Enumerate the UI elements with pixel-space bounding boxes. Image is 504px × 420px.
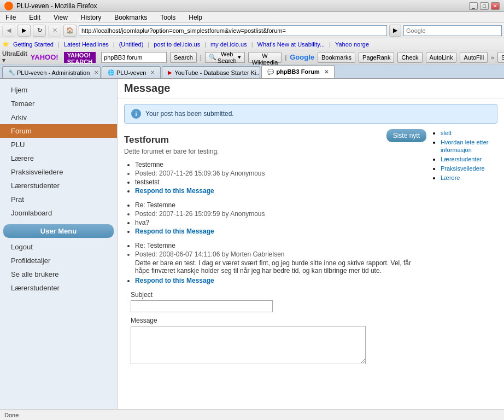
check-button[interactable]: Check	[397, 52, 422, 63]
close-button[interactable]: ✕	[491, 2, 500, 10]
bookmarks-button[interactable]: Bookmarks	[318, 52, 355, 63]
post-2-respond-link[interactable]: Respond to this Message	[135, 228, 214, 235]
menu-help[interactable]: Help	[185, 13, 206, 22]
search-button[interactable]: Search	[170, 52, 197, 63]
sidebar-item-laererstudenter2[interactable]: Lærerstudenter	[0, 281, 117, 295]
tab-phpbb3-label: phpBB3 Forum	[276, 68, 319, 75]
sidebar-item-laererstudenter[interactable]: Lærerstudenter	[0, 179, 117, 192]
tab-close-phpbb3[interactable]: ✕	[324, 69, 329, 75]
reload-button[interactable]: ↻	[33, 25, 46, 37]
laerere-link[interactable]: Lærere	[441, 174, 460, 181]
post-3-respond-link[interactable]: Respond to this Message	[135, 277, 214, 284]
post-2-extra: hva?	[135, 219, 426, 226]
menu-edit[interactable]: Edit	[26, 13, 44, 22]
tab-plu-admin-label: PLU-veven - Administration	[17, 69, 90, 76]
go-button[interactable]: ▶	[389, 25, 401, 37]
bookmark-whats-new[interactable]: What's New at Usability...	[255, 40, 327, 48]
forum-title: Testforum	[124, 135, 169, 145]
tabs-bar: 🔧 PLU-veven - Administration ✕ 🌐 PLU-vev…	[0, 65, 504, 79]
post-1-respond-link[interactable]: Respond to this Message	[135, 187, 214, 195]
search-input[interactable]	[403, 25, 502, 36]
autolink-button[interactable]: AutoLink	[426, 52, 457, 63]
menu-file[interactable]: File	[2, 13, 19, 22]
tab-plu-veven[interactable]: 🌐 PLU-veven ✕	[102, 66, 161, 78]
sidebar-item-temaer[interactable]: Temaer	[0, 97, 117, 110]
post-3-respond: Respond to this Message	[135, 277, 426, 284]
hvordan-link[interactable]: Hvordan lete etter informasjon	[441, 139, 488, 153]
message-section: Message	[124, 317, 426, 370]
settings-button[interactable]: Settings	[497, 52, 504, 63]
address-input[interactable]	[79, 25, 387, 36]
praksisveiledere-link[interactable]: Praksisveiledere	[441, 165, 485, 172]
autofill-button[interactable]: AutoFill	[460, 52, 488, 63]
post-1-title: Testemne	[135, 161, 426, 168]
phpbb3-input[interactable]	[101, 52, 167, 63]
tab-plu-veven-admin[interactable]: 🔧 PLU-veven - Administration ✕	[2, 66, 101, 78]
sidebar-item-prat[interactable]: Prat	[0, 192, 117, 206]
sidebar-item-praksisveiledere[interactable]: Praksisveiledere	[0, 165, 117, 179]
menu-view[interactable]: View	[50, 13, 71, 22]
slett-link[interactable]: slett	[441, 130, 452, 136]
google-toolbar-logo: Google	[290, 53, 314, 61]
bookmark-yahoo-norge[interactable]: Yahoo norge	[333, 40, 371, 48]
main-content: Message i Your post has been submitted. …	[118, 79, 504, 409]
sidebar-item-plu[interactable]: PLU	[0, 138, 117, 151]
sidebar: Hjem Temaer Arkiv Forum PLU Lærere Praks…	[0, 79, 118, 409]
home-button[interactable]: 🏠	[63, 25, 77, 37]
bookmark-untitled[interactable]: (Untitled)	[117, 40, 146, 48]
tab-close-admin[interactable]: ✕	[94, 69, 98, 75]
tab-plu-admin-icon: 🔧	[8, 69, 15, 75]
subject-section: Subject	[124, 291, 426, 317]
menu-tools[interactable]: Tools	[157, 13, 179, 22]
sidebar-link-praksisveiledere: Praksisveiledere	[441, 165, 497, 172]
user-menu-header[interactable]: User Menu	[3, 224, 114, 238]
sidebar-item-laerere[interactable]: Lærere	[0, 151, 117, 165]
tab-close-plu[interactable]: ✕	[150, 69, 155, 75]
info-message: Your post has been submitted.	[145, 110, 234, 118]
sidebar-item-forum[interactable]: Forum	[0, 124, 117, 138]
sidebar-item-profildetaljer[interactable]: Profildetaljer	[0, 254, 117, 267]
bookmark-latest-headlines[interactable]: Latest Headlines	[62, 40, 111, 48]
browser-content-area: Hjem Temaer Arkiv Forum PLU Lærere Praks…	[0, 79, 504, 409]
message-textarea[interactable]	[131, 326, 366, 364]
tab-youtube[interactable]: ▶ YouTube - Database Starter Ki... ✕	[162, 66, 260, 78]
sidebar-item-se-alle-brukere[interactable]: Se alle brukere	[0, 267, 117, 281]
bookmark-my-delicious[interactable]: my del.icio.us	[208, 40, 249, 48]
menu-bar: File Edit View History Bookmarks Tools H…	[0, 12, 504, 23]
bookmark-post-delicious[interactable]: post to del.icio.us	[151, 40, 202, 48]
ultraedit-label: UltraEdit ▾	[2, 50, 27, 64]
stop-button[interactable]: ✕	[48, 25, 61, 37]
bookmark-getting-started[interactable]: Getting Started	[11, 40, 56, 48]
message-label: Message	[131, 317, 420, 324]
post-2-respond: Respond to this Message	[135, 228, 426, 235]
forum-description: Dette forumet er bare for testing.	[124, 148, 426, 155]
post-3-title: Re: Testemne	[135, 242, 426, 249]
post-1-extra: testsetst	[135, 178, 426, 186]
siste-nytt-button[interactable]: Siste nytt	[386, 129, 426, 142]
post-1-meta: Posted: 2007-11-26 15:09:36 by Anonymous	[135, 170, 426, 177]
menu-history[interactable]: History	[78, 13, 104, 22]
back-button[interactable]: ◀	[2, 25, 15, 37]
pagerank-button[interactable]: PageRank	[359, 52, 394, 63]
sidebar-item-logout[interactable]: Logout	[0, 240, 117, 254]
sidebar-link-hvordan: Hvordan lete etter informasjon	[441, 138, 497, 154]
wikipedia-button[interactable]: W Wikipedia ▾	[248, 52, 282, 63]
forward-button[interactable]: ▶	[17, 25, 31, 37]
maximize-button[interactable]: □	[480, 2, 489, 10]
web-search-dropdown-icon: ▾	[238, 54, 241, 61]
sidebar-item-joomlaboard[interactable]: Joomlaboard	[0, 206, 117, 220]
toolbar-sep2: |	[285, 54, 286, 61]
tab-phpbb3[interactable]: 💬 phpBB3 Forum ✕	[261, 65, 334, 78]
window-title: PLU-veven - Mozilla Firefox	[16, 2, 469, 10]
minimize-button[interactable]: _	[469, 2, 478, 10]
toolbar-bar: UltraEdit ▾ YAHOO! YAHOO! SEARCH Search …	[0, 50, 504, 65]
laererstudenter-link[interactable]: Lærerstudenter	[441, 156, 482, 162]
menu-bookmarks[interactable]: Bookmarks	[111, 13, 150, 22]
info-box: i Your post has been submitted.	[124, 104, 497, 124]
sidebar-item-hjem[interactable]: Hjem	[0, 83, 117, 97]
web-search-icon: 🔍	[209, 54, 216, 61]
title-bar: PLU-veven - Mozilla Firefox _ □ ✕	[0, 0, 504, 12]
subject-input[interactable]	[131, 300, 273, 312]
sidebar-item-arkiv[interactable]: Arkiv	[0, 110, 117, 124]
web-search-button[interactable]: 🔍 Web Search ▾	[205, 52, 245, 63]
